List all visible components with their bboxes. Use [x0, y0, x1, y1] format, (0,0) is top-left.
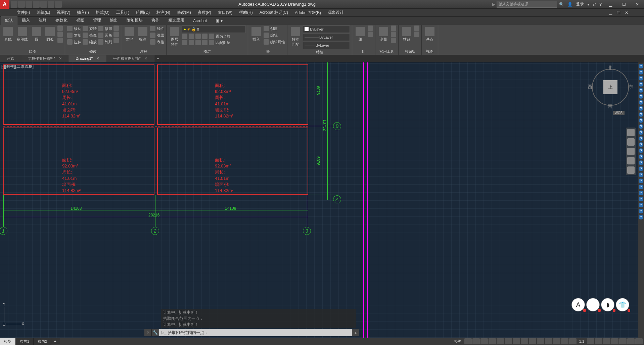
- help-icon[interactable]: ?: [639, 112, 643, 117]
- layer-tool-icon[interactable]: [195, 40, 201, 45]
- copy-button[interactable]: 复制: [67, 32, 81, 38]
- ribbon-tab-default[interactable]: 默认: [1, 16, 17, 25]
- doc-restore-button[interactable]: ❐: [614, 9, 623, 16]
- widget-moon-icon[interactable]: ◗: [601, 298, 614, 311]
- help-icon[interactable]: ?: [639, 88, 643, 93]
- menu-acrobat-mark[interactable]: Acrobat 标记(C): [256, 9, 291, 16]
- scale-display[interactable]: 1:1: [577, 339, 586, 343]
- dimension-button[interactable]: 标注: [137, 26, 149, 43]
- drawing-canvas[interactable]: [-][俯视][二维线框] 面积: 92.03m² 周长: 41.01m 墙面积…: [0, 62, 638, 338]
- ribbon-tab-output[interactable]: 输出: [105, 16, 122, 25]
- widget-shirt-icon[interactable]: 👕: [616, 298, 629, 311]
- viewcube-top-face[interactable]: 上: [603, 80, 617, 94]
- ribbon-tab-featured[interactable]: 精选应用: [164, 16, 189, 25]
- menu-file[interactable]: 文件(F): [13, 9, 33, 16]
- menu-dimension[interactable]: 标注(N): [153, 9, 174, 16]
- insert-block-button[interactable]: 插入: [250, 26, 262, 43]
- help-icon[interactable]: ?: [639, 100, 643, 105]
- help-icon[interactable]: ?: [639, 203, 643, 207]
- match-props-button[interactable]: 特性 匹配: [289, 26, 302, 48]
- settings-icon[interactable]: [587, 338, 594, 344]
- login-link[interactable]: 登录: [576, 1, 584, 7]
- modelspace-toggle[interactable]: 模型: [452, 339, 464, 344]
- arc-button[interactable]: 圆弧: [44, 26, 56, 43]
- group-extra-icon[interactable]: [368, 26, 373, 31]
- array-button[interactable]: 阵列: [98, 39, 112, 45]
- layer-tool-icon[interactable]: [195, 34, 201, 39]
- ribbon-tab-view[interactable]: 视图: [72, 16, 89, 25]
- qat-redo-icon[interactable]: [55, 1, 62, 8]
- menu-view[interactable]: 视图(V): [53, 9, 74, 16]
- fillet-button[interactable]: 圆角: [98, 32, 112, 38]
- util-icon[interactable]: [391, 26, 396, 31]
- orbit-icon[interactable]: [627, 157, 635, 164]
- vc-north[interactable]: 北: [608, 65, 612, 71]
- basepoint-button[interactable]: 基点: [424, 26, 436, 43]
- maximize-button[interactable]: ☐: [617, 0, 631, 9]
- help-icon[interactable]: ?: [639, 70, 643, 75]
- cmd-expand-icon[interactable]: ▴: [352, 329, 359, 336]
- ribbon-tab-addins[interactable]: 附加模块: [122, 16, 147, 25]
- ucs-icon[interactable]: X Y: [4, 304, 24, 324]
- qat-open-icon[interactable]: [18, 1, 25, 8]
- menu-help[interactable]: 帮助(H): [236, 9, 256, 16]
- ribbon-tab-insert[interactable]: 插入: [17, 16, 34, 25]
- leader-button[interactable]: 引线: [150, 32, 164, 38]
- help-icon[interactable]: ?: [639, 197, 643, 201]
- new-tab-button[interactable]: +: [154, 56, 162, 61]
- file-tab-2[interactable]: Drawing1* ✕: [69, 55, 106, 62]
- layout-tab-1[interactable]: 布局1: [16, 338, 34, 345]
- layer-tool-icon[interactable]: [209, 40, 214, 45]
- cycling-icon[interactable]: [529, 338, 536, 344]
- steering-wheel-icon[interactable]: [627, 129, 635, 136]
- ribbon-tab-extras[interactable]: ▣ ▾: [211, 17, 227, 25]
- qat-plot-icon[interactable]: [40, 1, 47, 8]
- ribbon-tab-manage[interactable]: 管理: [89, 16, 105, 25]
- help-icon[interactable]: ?: [639, 124, 643, 129]
- viewcube[interactable]: 上 北 南 东 西: [590, 67, 631, 107]
- ribbon-tab-parametric[interactable]: 参数化: [51, 16, 72, 25]
- help-icon[interactable]: ?: [639, 76, 643, 81]
- layer-tool-icon[interactable]: [202, 40, 208, 45]
- help-icon[interactable]: ?: [639, 148, 643, 153]
- qat-new-icon[interactable]: [11, 1, 17, 8]
- command-line[interactable]: ✕ 🔧 ▷_拾取闭合范围内一点： ▴: [144, 329, 359, 336]
- linear-button[interactable]: 线性: [150, 26, 164, 32]
- vc-west[interactable]: 西: [588, 84, 592, 90]
- qat-save-icon[interactable]: [26, 1, 32, 8]
- annoscale-icon[interactable]: [569, 338, 577, 344]
- draw-extra-icon[interactable]: [57, 26, 63, 31]
- layer-dropdown[interactable]: ● ☀ 🔓 0: [182, 26, 246, 33]
- widget-text-icon[interactable]: A: [571, 298, 585, 311]
- help-icon[interactable]: ?: [639, 94, 643, 99]
- layer-tool-icon[interactable]: [189, 40, 194, 45]
- help-icon[interactable]: ?: [599, 2, 602, 7]
- ribbon-tab-annotate[interactable]: 注释: [34, 16, 51, 25]
- stretch-button[interactable]: 拉伸: [67, 39, 81, 45]
- layout-tab-model[interactable]: 模型: [0, 338, 16, 345]
- layer-tool-icon[interactable]: [182, 34, 187, 39]
- menu-yuanquan[interactable]: 源泉设计: [324, 9, 347, 16]
- rotate-button[interactable]: 旋转: [83, 26, 97, 32]
- menu-tools[interactable]: 工具(T): [113, 9, 133, 16]
- polar-toggle-icon[interactable]: [489, 338, 496, 344]
- help-icon[interactable]: ?: [639, 215, 643, 219]
- help-icon[interactable]: ?: [639, 166, 643, 171]
- group-button[interactable]: 组: [354, 26, 366, 43]
- help-icon[interactable]: ?: [639, 209, 643, 213]
- 3dosnap-icon[interactable]: [537, 338, 544, 344]
- exchange-icon[interactable]: ⇄: [593, 2, 596, 7]
- lineweight-dropdown[interactable]: ———— ByLayer: [303, 34, 350, 41]
- help-icon[interactable]: ?: [639, 185, 643, 189]
- help-icon[interactable]: ?: [639, 172, 643, 177]
- help-icon[interactable]: ?: [639, 154, 643, 159]
- scale-button[interactable]: 缩放: [83, 39, 97, 45]
- linetype-dropdown[interactable]: ——— ByLayer: [303, 42, 350, 49]
- clip-icon[interactable]: [414, 32, 419, 37]
- doc-minimize-button[interactable]: ▁: [606, 9, 614, 16]
- close-icon[interactable]: ✕: [59, 56, 62, 60]
- polyline-button[interactable]: 多段线: [15, 26, 29, 43]
- modify-extra-icon[interactable]: [113, 32, 119, 37]
- grid-toggle-icon[interactable]: [464, 338, 472, 344]
- edit-attr-button[interactable]: 编辑属性: [264, 39, 285, 45]
